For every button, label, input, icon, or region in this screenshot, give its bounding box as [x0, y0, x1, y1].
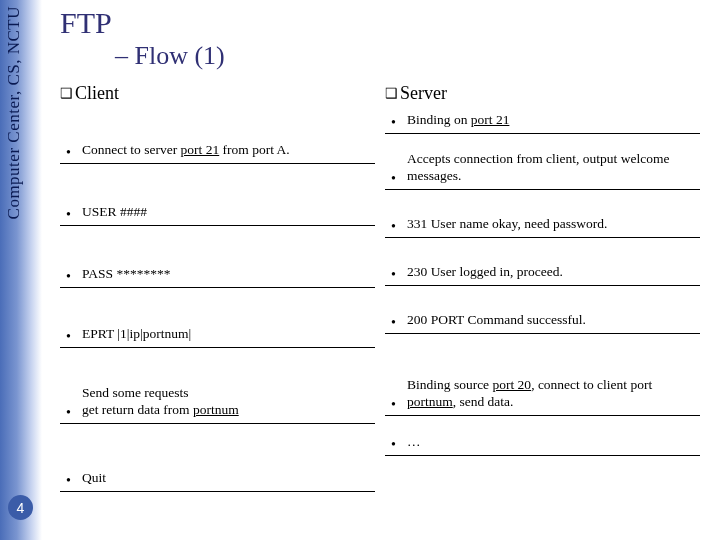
page-number-badge: 4	[8, 495, 33, 520]
server-item: Binding on port 21	[385, 110, 700, 134]
client-column: Client Connect to server port 21 from po…	[60, 83, 385, 492]
server-item: …	[385, 416, 700, 456]
slide-content: FTP – Flow (1) Client Connect to server …	[60, 6, 710, 492]
client-item: Connect to server port 21 from port A.	[60, 110, 375, 164]
server-heading: Server	[385, 83, 700, 104]
client-item: USER ####	[60, 164, 375, 226]
client-heading: Client	[60, 83, 375, 104]
client-item: EPRT |1|ip|portnum|	[60, 288, 375, 348]
slide-title: FTP	[60, 6, 710, 39]
server-list: Binding on port 21Accepts connection fro…	[385, 110, 700, 456]
slide-subtitle: – Flow (1)	[115, 41, 710, 71]
columns: Client Connect to server port 21 from po…	[60, 83, 710, 492]
sidebar-gradient: Computer Center, CS, NCTU 4	[0, 0, 42, 540]
server-item: 331 User name okay, need password.	[385, 190, 700, 238]
server-item: Binding source port 20, connect to clien…	[385, 334, 700, 416]
org-label: Computer Center, CS, NCTU	[4, 6, 24, 219]
server-item: 230 User logged in, proceed.	[385, 238, 700, 286]
client-item: Send some requestsget return data from p…	[60, 348, 375, 424]
client-list: Connect to server port 21 from port A.US…	[60, 110, 375, 492]
client-item: PASS ********	[60, 226, 375, 288]
server-item: 200 PORT Command successful.	[385, 286, 700, 334]
server-column: Server Binding on port 21Accepts connect…	[385, 83, 710, 492]
client-item: Quit	[60, 424, 375, 492]
server-item: Accepts connection from client, output w…	[385, 134, 700, 190]
